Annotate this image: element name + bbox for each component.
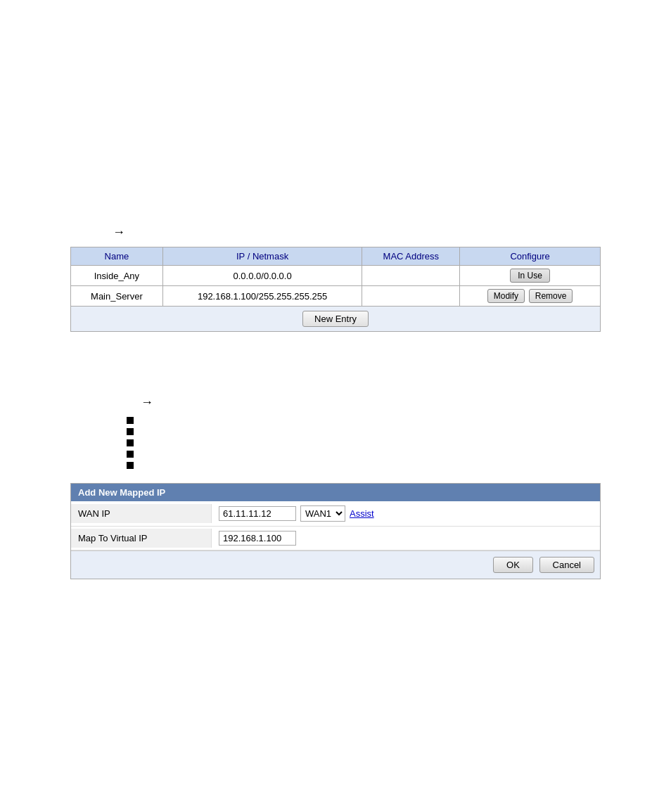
bullet-icon	[127, 462, 134, 469]
remove-button[interactable]: Remove	[529, 289, 573, 303]
bullet-icon	[127, 439, 134, 446]
list-item	[127, 417, 643, 424]
bullet-list	[127, 417, 643, 469]
bullet-icon	[127, 428, 134, 435]
cancel-button[interactable]: Cancel	[539, 557, 594, 573]
wan-interface-select[interactable]: WAN1 WAN2	[300, 505, 345, 522]
bullet-icon	[127, 451, 134, 458]
cell-ip: 0.0.0.0/0.0.0.0	[162, 266, 362, 286]
wan-ip-input[interactable]	[219, 506, 296, 521]
arrow2: →	[141, 395, 643, 410]
top-spacer	[28, 14, 643, 211]
wan-ip-label: WAN IP	[71, 504, 212, 523]
cell-configure: Modify Remove	[460, 286, 601, 307]
cell-mac	[362, 286, 460, 307]
list-item	[127, 428, 643, 435]
cell-ip: 192.168.1.100/255.255.255.255	[162, 286, 362, 307]
table-row: Inside_Any 0.0.0.0/0.0.0.0 In Use	[71, 266, 601, 286]
wan-ip-controls: WAN1 WAN2 Assist	[212, 501, 381, 526]
col-header-mac: MAC Address	[362, 247, 460, 266]
mid-spacer	[28, 346, 643, 374]
list-item	[127, 462, 643, 469]
table-section: Name IP / Netmask MAC Address Configure …	[70, 247, 601, 332]
new-entry-row: New Entry	[71, 307, 601, 332]
cell-name: Inside_Any	[71, 266, 163, 286]
map-ip-label: Map To Virtual IP	[71, 529, 212, 548]
map-ip-input[interactable]	[219, 531, 296, 546]
network-table: Name IP / Netmask MAC Address Configure …	[70, 247, 601, 332]
col-header-configure: Configure	[460, 247, 601, 266]
form-buttons: OK Cancel	[71, 550, 600, 579]
add-mapped-ip-form: Add New Mapped IP WAN IP WAN1 WAN2 Assis…	[70, 483, 601, 579]
cell-mac	[362, 266, 460, 286]
assist-link[interactable]: Assist	[350, 508, 374, 519]
in-use-button[interactable]: In Use	[510, 269, 550, 283]
ok-button[interactable]: OK	[493, 557, 533, 573]
map-ip-row: Map To Virtual IP	[71, 527, 600, 550]
map-ip-controls	[212, 527, 303, 550]
new-entry-cell: New Entry	[71, 307, 601, 332]
col-header-ip: IP / Netmask	[162, 247, 362, 266]
modify-button[interactable]: Modify	[487, 289, 525, 303]
cell-name: Main_Server	[71, 286, 163, 307]
col-header-name: Name	[71, 247, 163, 266]
arrow1: →	[113, 225, 643, 240]
page-container: → Name IP / Netmask MAC Address Configur…	[0, 0, 671, 812]
list-item	[127, 439, 643, 446]
bullet-icon	[127, 417, 134, 424]
new-entry-button[interactable]: New Entry	[302, 311, 369, 327]
wan-ip-row: WAN IP WAN1 WAN2 Assist	[71, 501, 600, 527]
form-title: Add New Mapped IP	[71, 484, 600, 501]
table-row: Main_Server 192.168.1.100/255.255.255.25…	[71, 286, 601, 307]
list-item	[127, 451, 643, 458]
cell-configure: In Use	[460, 266, 601, 286]
